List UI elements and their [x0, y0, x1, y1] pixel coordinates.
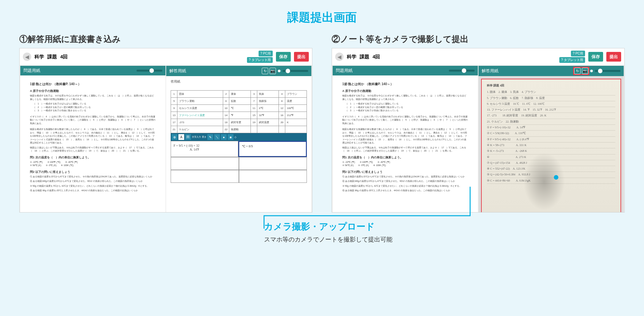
panel1-title: ①解答用紙に直接書き込み	[19, 34, 312, 45]
drawing-toolbar[interactable]: ⊕ A 田 文字入力 置き ✎ ＼ ● ■ ◇	[171, 133, 307, 141]
save-button[interactable]: 保存	[588, 52, 603, 62]
tool-label-text: 文字入力	[192, 135, 201, 139]
hw-line: 1. 固体 2. 液体 3. 気体 4. ブラウン	[487, 89, 615, 95]
callout-origin-dot	[554, 175, 558, 180]
breadcrumb-assignment: 課題	[360, 54, 369, 60]
q-sub-a: A 原子や分子の熱運動	[342, 89, 468, 93]
q-q1: ① ある物質の温度を15℃から47℃まで変化させた。その熱の熱容量は154J/K…	[30, 175, 156, 179]
q-para2: イギリスの（ 4 ）は水に浮いている花粉の粒子がわずかに運動している様子から、熱…	[30, 115, 156, 125]
rect-tool[interactable]: ■	[228, 134, 233, 140]
callout-connector-line	[264, 187, 489, 232]
q-para3: 物質を構成する熱運動の量を数値で表したものが（ 8 ）である。日本で普通に使われ…	[30, 128, 156, 145]
line-tool[interactable]: ＼	[214, 134, 220, 140]
answer-table[interactable]: 1固体2液体3気体4ブラウン 5ブラウン運動6拡散7熱膨張8温度 9セルシウス温…	[171, 90, 307, 133]
breadcrumb-assignment: 課題	[47, 54, 57, 60]
q-li2: （ 2 ）一構成する粒子が一定の範囲で動き回っている	[30, 106, 156, 109]
hw-line: 5. ブラウン運動 6. 拡散 7. 熱膨張 8. 温度	[487, 95, 615, 101]
zoom-slider-q[interactable]	[449, 70, 475, 72]
hw-title: 科学 課題 4回	[487, 83, 615, 88]
q-para1: 物質を構成する粒子は、その位置を中心にわずかずつ激しく運動している。これを（ は…	[342, 94, 468, 101]
panel2-title: ②ノート等をカメラで撮影して提出	[332, 34, 625, 45]
empty-cell[interactable]	[171, 157, 239, 170]
rotate-icon[interactable]: ↻	[262, 68, 268, 74]
q-para3: 物質を構成する熱運動の量を数値で表したものが（ 8 ）である。日本で普通に使われ…	[342, 128, 468, 145]
hw-line: 21. ケルビン 22. 熱運動	[487, 119, 615, 125]
answer-photo-area[interactable]: 科学 課題 4回 1. 固体 2. 液体 3. 気体 4. ブラウン 5. ブラ…	[478, 76, 624, 212]
move-tool[interactable]: ⊕	[172, 134, 177, 140]
q-q2: ② ある物質180gの温度を15℃から47℃まで変化させた。9012 の熱量が得…	[342, 180, 468, 183]
q-section: 1節 熱とは何か （教科書P. 140～）	[30, 82, 156, 86]
formula-cell-1[interactable]: F = 9/5 × (-10) + 32 A. 14℉	[171, 141, 238, 157]
zoom-slider-a[interactable]	[595, 70, 620, 72]
page-title: 課題提出画面	[19, 10, 625, 25]
tool-label-place: 置き	[202, 135, 206, 139]
empty-cell[interactable]	[171, 170, 239, 183]
pane-title-answer: 解答用紙	[169, 68, 186, 74]
size-indicator: ◇	[234, 136, 236, 139]
q-q3: ③ 50g の物質の温度を 5℃から 42℃まで変化させたい。どれくらいの熱量が…	[30, 184, 156, 188]
hw-line: 9. セルシウス温度 10.℃ 11. 0℃ 12. 100℃	[487, 101, 615, 107]
answer-heading: 答用紙	[171, 79, 307, 84]
q-sub-b: 問1 次の温度を（ ）内の単位に換算しよう。	[342, 155, 468, 160]
hand-shadow	[523, 153, 565, 211]
camera-highlight	[573, 67, 589, 75]
submit-button[interactable]: 提出	[294, 52, 309, 62]
q-section: 1節 熱とは何か （教科書P. 140～）	[342, 82, 468, 86]
hw-line: ④ K = 58+273 A. 331 K	[487, 143, 615, 148]
tablet-mode-pill[interactable]: ? タブレット用	[247, 57, 273, 63]
save-button[interactable]: 保存	[276, 52, 291, 62]
q-q2: ② ある物質180gの温度を15℃から47℃まで変化させた。9012 の熱量が得…	[30, 180, 156, 183]
zoom-slider-a[interactable]	[282, 70, 308, 72]
pane-title-answer: 解答用紙	[482, 68, 498, 74]
hw-line: ③ F = 9/5×(-40)+32 A. (-)9.4℉	[487, 137, 615, 143]
back-button[interactable]: ◀	[23, 53, 31, 61]
q-temps: ① -10℃ (℉) ② 100℉ (℃) ③ -40℃ (℉) ④ 58℃ (…	[30, 161, 156, 167]
hw-line: ② C = 5/9(180-32) A. 110℃	[487, 131, 615, 136]
hw-line: ① F = 9/5×(-10)+32 A. 14℉	[487, 125, 615, 131]
formula-cell-2-active[interactable]: ℃ = 8/9	[238, 141, 307, 157]
q-li2: （ 2 ）一構成する粒子が一定の範囲で動き回っている	[342, 106, 468, 109]
q-para1: 物質を構成する粒子は、その位置を中心にわずかずつ激しく運動している。これを（ は…	[30, 94, 156, 101]
q-para4: 物質は上温はしないが下限はある。それは粒子の熱運動がすべて停止する温度であり、お…	[342, 146, 468, 153]
panel-camera-upload: ②ノート等をカメラで撮影して提出 ◀ 科学 課題 4回 ? PC用 ? タブレッ…	[332, 34, 625, 212]
zoom-slider-q[interactable]	[137, 70, 162, 72]
submit-button[interactable]: 提出	[606, 52, 621, 62]
back-button[interactable]: ◀	[335, 53, 344, 61]
empty-cell[interactable]	[239, 157, 307, 170]
empty-cell[interactable]	[239, 170, 307, 183]
camera-icon[interactable]: 📷	[270, 68, 276, 74]
q-li1: （ 1 ）一構成する粒子がばらばらに運動している	[342, 102, 468, 106]
pen-tool[interactable]: ✎	[207, 134, 213, 140]
q-sub-a: A 原子や分子の熱運動	[30, 89, 156, 93]
slider-dot-min	[590, 70, 593, 72]
q-sub-c: 問2 以下の問いに答えましょう	[30, 170, 156, 174]
pc-mode-pill[interactable]: ? PC用	[571, 51, 585, 56]
grid-tool[interactable]: 田	[185, 134, 191, 140]
tablet-mode-pill[interactable]: ? タブレット用	[559, 57, 585, 63]
q-sub-b: 問1 次の温度を（ ）内の単位に換算しよう。	[30, 155, 156, 160]
hw-line: 13. ファーレンハイト温度 14. ℉ 15. 32℉ 16. 212℉	[487, 107, 615, 113]
breadcrumb-count: 4回	[373, 54, 380, 60]
q-temps: ① -10℃ (℉) ② 100℉ (℃) ③ -40℃ (℉) ④ 58℃ (…	[342, 161, 468, 167]
text-tool[interactable]: A	[178, 134, 184, 140]
pane-title-question: 問題用紙	[336, 68, 353, 74]
q-sub-c: 問2 以下の問いに答えましょう	[342, 170, 468, 174]
q-q1: ① ある物質の温度を15℃から47℃まで変化させた。その熱の熱容量は154J/K…	[342, 175, 468, 179]
pane-title-question: 問題用紙	[24, 68, 40, 74]
q-li3: （ 3 ）一構成する粒子が自由に動きまわっている	[30, 109, 156, 113]
circle-tool[interactable]: ●	[221, 134, 227, 140]
q-para4: 物質は上温はしないが下限はある。それは粒子の熱運動がすべて停止する温度であり、お…	[30, 146, 156, 153]
q-li1: （ 1 ）一構成する粒子がばらばらに運動している	[30, 102, 156, 106]
breadcrumb-count: 4回	[60, 54, 68, 60]
question-document: 1節 熱とは何か （教科書P. 140～） A 原子や分子の熱運動 物質を構成す…	[20, 75, 166, 212]
breadcrumb-subject: 科学	[34, 54, 44, 60]
callout-section: カメラ撮影・アップロード スマホ等のカメラでノートを撮影して提出可能	[19, 221, 625, 244]
panel-direct-write: ①解答用紙に直接書き込み ◀ 科学 課題 4回 ? PC用 ? タブレット用 保…	[19, 34, 312, 212]
q-q4: ④ ある物質 86g の温度を-20℃と上昇させたとき、4414J の熱量を放出…	[30, 189, 156, 193]
pc-mode-pill[interactable]: ? PC用	[259, 51, 273, 56]
q-li3: （ 3 ）一構成する粒子が自由に動きまわっている	[342, 109, 468, 113]
hw-line: 17. -273 18. 絶対零度 19. 絶対温度 20. K	[487, 113, 615, 119]
breadcrumb-subject: 科学	[347, 54, 356, 60]
q-para2: イギリスの（ 4 ）は水に浮いている花粉の粒子がわずかに運動している様子から、熱…	[342, 115, 468, 125]
slider-dot-min	[278, 70, 280, 72]
